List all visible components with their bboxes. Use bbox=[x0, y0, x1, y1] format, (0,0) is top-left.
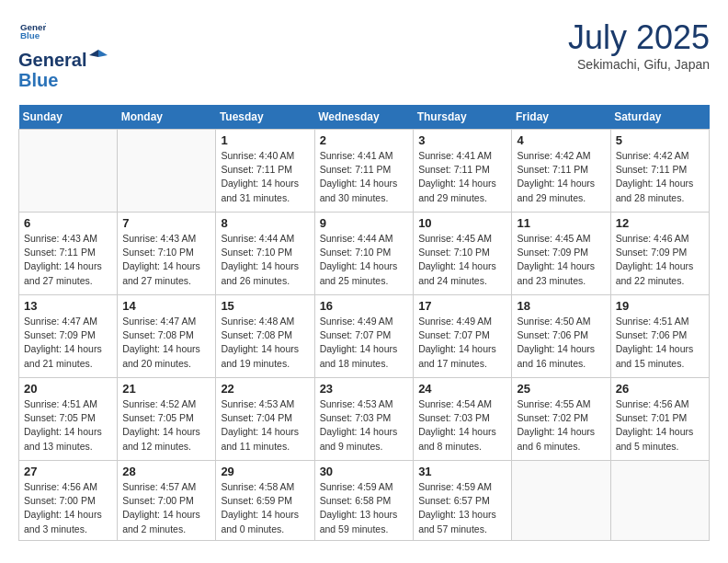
day-number: 16 bbox=[320, 299, 409, 313]
day-number: 3 bbox=[418, 133, 506, 147]
day-info: Sunrise: 4:42 AMSunset: 7:11 PMDaylight:… bbox=[517, 149, 605, 205]
calendar-cell: 21Sunrise: 4:52 AMSunset: 7:05 PMDayligh… bbox=[118, 378, 216, 461]
calendar-cell: 31Sunrise: 4:59 AMSunset: 6:57 PMDayligh… bbox=[414, 461, 512, 541]
day-info: Sunrise: 4:55 AMSunset: 7:02 PMDaylight:… bbox=[517, 397, 605, 454]
day-info: Sunrise: 4:44 AMSunset: 7:10 PMDaylight:… bbox=[320, 232, 409, 288]
day-info: Sunrise: 4:42 AMSunset: 7:11 PMDaylight:… bbox=[616, 149, 704, 205]
calendar-cell: 8Sunrise: 4:44 AMSunset: 7:10 PMDaylight… bbox=[216, 213, 314, 295]
calendar-cell: 13Sunrise: 4:47 AMSunset: 7:09 PMDayligh… bbox=[19, 295, 118, 378]
calendar-cell: 27Sunrise: 4:56 AMSunset: 7:00 PMDayligh… bbox=[19, 461, 118, 541]
day-info: Sunrise: 4:54 AMSunset: 7:03 PMDaylight:… bbox=[418, 397, 506, 454]
weekday-header-thursday: Thursday bbox=[414, 105, 512, 130]
day-number: 19 bbox=[616, 299, 704, 313]
day-number: 25 bbox=[517, 382, 605, 396]
weekday-header-saturday: Saturday bbox=[610, 105, 709, 130]
calendar-cell bbox=[19, 130, 118, 213]
day-number: 4 bbox=[517, 133, 605, 147]
calendar-cell: 14Sunrise: 4:47 AMSunset: 7:08 PMDayligh… bbox=[118, 295, 216, 378]
day-number: 6 bbox=[24, 216, 112, 230]
svg-text:Blue: Blue bbox=[20, 30, 40, 40]
calendar-cell: 30Sunrise: 4:59 AMSunset: 6:58 PMDayligh… bbox=[314, 461, 414, 541]
day-info: Sunrise: 4:43 AMSunset: 7:11 PMDaylight:… bbox=[24, 232, 112, 288]
day-info: Sunrise: 4:45 AMSunset: 7:10 PMDaylight:… bbox=[418, 232, 506, 288]
calendar-cell: 17Sunrise: 4:49 AMSunset: 7:07 PMDayligh… bbox=[414, 295, 512, 378]
day-number: 11 bbox=[517, 216, 605, 230]
day-number: 28 bbox=[122, 465, 210, 478]
calendar-cell: 6Sunrise: 4:43 AMSunset: 7:11 PMDaylight… bbox=[19, 213, 118, 295]
day-number: 23 bbox=[320, 382, 409, 396]
calendar-cell: 7Sunrise: 4:43 AMSunset: 7:10 PMDaylight… bbox=[118, 213, 216, 295]
weekday-header-monday: Monday bbox=[118, 105, 216, 130]
day-number: 13 bbox=[24, 299, 112, 313]
day-info: Sunrise: 4:43 AMSunset: 7:10 PMDaylight:… bbox=[122, 232, 210, 288]
calendar-cell: 23Sunrise: 4:53 AMSunset: 7:03 PMDayligh… bbox=[314, 378, 414, 461]
day-number: 18 bbox=[517, 299, 605, 313]
calendar-week-4: 20Sunrise: 4:51 AMSunset: 7:05 PMDayligh… bbox=[19, 378, 710, 461]
day-number: 27 bbox=[24, 465, 112, 478]
logo-icon: General Blue bbox=[20, 18, 46, 44]
calendar-cell: 10Sunrise: 4:45 AMSunset: 7:10 PMDayligh… bbox=[414, 213, 512, 295]
day-number: 1 bbox=[221, 133, 309, 147]
day-info: Sunrise: 4:49 AMSunset: 7:07 PMDaylight:… bbox=[320, 315, 409, 371]
day-number: 31 bbox=[418, 465, 506, 478]
day-info: Sunrise: 4:45 AMSunset: 7:09 PMDaylight:… bbox=[517, 232, 605, 288]
weekday-header-tuesday: Tuesday bbox=[216, 105, 314, 130]
day-info: Sunrise: 4:41 AMSunset: 7:11 PMDaylight:… bbox=[320, 149, 409, 205]
day-info: Sunrise: 4:49 AMSunset: 7:07 PMDaylight:… bbox=[418, 315, 506, 371]
logo-line1: General bbox=[18, 50, 86, 70]
day-info: Sunrise: 4:51 AMSunset: 7:06 PMDaylight:… bbox=[616, 315, 704, 371]
title-block: July 2025 Sekimachi, Gifu, Japan bbox=[568, 18, 710, 72]
logo-text: General Blue bbox=[18, 50, 86, 90]
location: Sekimachi, Gifu, Japan bbox=[568, 57, 710, 72]
weekday-header-sunday: Sunday bbox=[19, 105, 118, 130]
page-header: General Blue General Blue July 2025 Seki… bbox=[18, 18, 710, 90]
calendar-week-2: 6Sunrise: 4:43 AMSunset: 7:11 PMDaylight… bbox=[19, 213, 710, 295]
weekday-header-wednesday: Wednesday bbox=[314, 105, 414, 130]
calendar-cell: 3Sunrise: 4:41 AMSunset: 7:11 PMDaylight… bbox=[414, 130, 512, 213]
month-title: July 2025 bbox=[568, 18, 710, 57]
day-number: 26 bbox=[616, 382, 704, 396]
calendar-cell: 4Sunrise: 4:42 AMSunset: 7:11 PMDaylight… bbox=[512, 130, 610, 213]
day-info: Sunrise: 4:47 AMSunset: 7:08 PMDaylight:… bbox=[122, 315, 210, 371]
weekday-header-friday: Friday bbox=[512, 105, 610, 130]
logo-bird-icon bbox=[89, 48, 108, 66]
calendar-cell: 20Sunrise: 4:51 AMSunset: 7:05 PMDayligh… bbox=[19, 378, 118, 461]
calendar-table: SundayMondayTuesdayWednesdayThursdayFrid… bbox=[18, 105, 710, 541]
day-info: Sunrise: 4:50 AMSunset: 7:06 PMDaylight:… bbox=[517, 315, 605, 371]
calendar-cell: 18Sunrise: 4:50 AMSunset: 7:06 PMDayligh… bbox=[512, 295, 610, 378]
calendar-cell: 9Sunrise: 4:44 AMSunset: 7:10 PMDaylight… bbox=[314, 213, 414, 295]
day-info: Sunrise: 4:44 AMSunset: 7:10 PMDaylight:… bbox=[221, 232, 309, 288]
svg-marker-4 bbox=[89, 50, 98, 57]
day-info: Sunrise: 4:56 AMSunset: 7:00 PMDaylight:… bbox=[24, 480, 112, 536]
day-number: 20 bbox=[24, 382, 112, 396]
day-number: 29 bbox=[221, 465, 309, 478]
day-info: Sunrise: 4:59 AMSunset: 6:57 PMDaylight:… bbox=[418, 480, 506, 536]
calendar-cell: 26Sunrise: 4:56 AMSunset: 7:01 PMDayligh… bbox=[610, 378, 709, 461]
day-number: 12 bbox=[616, 216, 704, 230]
calendar-cell: 2Sunrise: 4:41 AMSunset: 7:11 PMDaylight… bbox=[314, 130, 414, 213]
calendar-week-3: 13Sunrise: 4:47 AMSunset: 7:09 PMDayligh… bbox=[19, 295, 710, 378]
day-info: Sunrise: 4:48 AMSunset: 7:08 PMDaylight:… bbox=[221, 315, 309, 371]
day-number: 17 bbox=[418, 299, 506, 313]
day-info: Sunrise: 4:40 AMSunset: 7:11 PMDaylight:… bbox=[221, 149, 309, 205]
day-number: 5 bbox=[616, 133, 704, 147]
day-number: 10 bbox=[418, 216, 506, 230]
day-number: 22 bbox=[221, 382, 309, 396]
calendar-week-1: 1Sunrise: 4:40 AMSunset: 7:11 PMDaylight… bbox=[19, 130, 710, 213]
calendar-cell: 11Sunrise: 4:45 AMSunset: 7:09 PMDayligh… bbox=[512, 213, 610, 295]
day-info: Sunrise: 4:57 AMSunset: 7:00 PMDaylight:… bbox=[122, 480, 210, 536]
day-info: Sunrise: 4:47 AMSunset: 7:09 PMDaylight:… bbox=[24, 315, 112, 371]
calendar-cell: 22Sunrise: 4:53 AMSunset: 7:04 PMDayligh… bbox=[216, 378, 314, 461]
day-number: 30 bbox=[320, 465, 409, 478]
calendar-cell: 28Sunrise: 4:57 AMSunset: 7:00 PMDayligh… bbox=[118, 461, 216, 541]
calendar-cell: 1Sunrise: 4:40 AMSunset: 7:11 PMDaylight… bbox=[216, 130, 314, 213]
calendar-cell bbox=[512, 461, 610, 541]
logo-line2: Blue bbox=[18, 70, 58, 90]
calendar-week-5: 27Sunrise: 4:56 AMSunset: 7:00 PMDayligh… bbox=[19, 461, 710, 541]
day-info: Sunrise: 4:52 AMSunset: 7:05 PMDaylight:… bbox=[122, 397, 210, 454]
day-number: 9 bbox=[320, 216, 409, 230]
day-number: 24 bbox=[418, 382, 506, 396]
calendar-cell bbox=[118, 130, 216, 213]
calendar-cell: 15Sunrise: 4:48 AMSunset: 7:08 PMDayligh… bbox=[216, 295, 314, 378]
svg-marker-3 bbox=[98, 50, 108, 57]
